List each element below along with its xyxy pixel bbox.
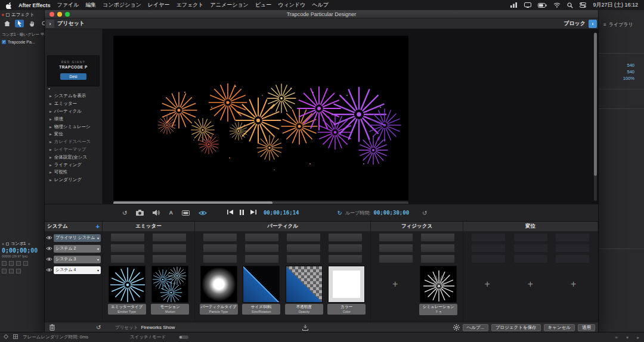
stats-icon[interactable] (510, 2, 518, 8)
selection-tool-button[interactable] (15, 20, 24, 27)
simulation-card[interactable]: シミュレーションチョ (419, 266, 457, 315)
grid-icon[interactable] (13, 334, 18, 340)
system-row-4[interactable]: システム 4▾ (46, 266, 101, 274)
color-card[interactable]: カラーColor (327, 266, 366, 315)
loop-icon[interactable]: ↻ (338, 210, 342, 216)
text-info-icon[interactable]: A (169, 210, 173, 216)
mini-block[interactable] (153, 234, 186, 241)
wifi-icon[interactable] (553, 2, 561, 8)
solo-toggle[interactable] (16, 261, 21, 266)
tree-item-show-system[interactable]: ▶システムを表示 (45, 92, 102, 100)
effect-controls-tab[interactable]: エフェクト (2, 12, 34, 18)
mini-block[interactable] (329, 244, 362, 252)
close-icon[interactable]: × (2, 242, 4, 246)
disclosure-icon[interactable]: ▶ (49, 178, 52, 182)
plus-icon[interactable]: + (555, 266, 592, 303)
delete-system-button[interactable] (49, 322, 55, 332)
diamond-icon[interactable] (4, 334, 8, 340)
preview-canvas[interactable] (113, 36, 408, 200)
add-aux-block-1[interactable]: + (468, 266, 506, 303)
menu-composition[interactable]: コンポジション (103, 1, 141, 9)
plus-icon[interactable]: + (512, 266, 549, 303)
menu-layer[interactable]: レイヤー (148, 1, 170, 9)
hand-tool-button[interactable] (27, 20, 36, 27)
chevron-down-icon[interactable]: ▾ (97, 236, 99, 240)
chevron-down-icon[interactable]: ▾ (97, 257, 99, 262)
previous-frame-button[interactable] (227, 210, 233, 216)
tree-item-environment[interactable]: ▶環境 (45, 115, 102, 123)
shy-toggle[interactable] (2, 269, 7, 273)
timeline-timecode[interactable]: 0;00;00;00 (2, 247, 38, 254)
library-tab[interactable]: ≡ ライブラリ (603, 21, 633, 28)
mini-block[interactable] (245, 244, 278, 252)
tree-item-physics[interactable]: ▶物理シミュレーシ (45, 123, 102, 130)
tree-item-particle[interactable]: ▶パーティクル (45, 108, 102, 116)
cancel-button[interactable]: キャンセル (544, 324, 575, 331)
undo-button[interactable]: ↺ (96, 322, 101, 332)
blocks-expand-icon[interactable]: ‹ (589, 20, 597, 28)
disclosure-icon[interactable]: ▶ (49, 163, 52, 167)
minimize-window-button[interactable] (57, 12, 62, 17)
effect-enabled-checkbox[interactable]: ✓ (2, 40, 6, 44)
blend-toggle[interactable] (9, 269, 14, 273)
status-icon-b[interactable]: ▾ (626, 335, 628, 340)
mini-block[interactable] (329, 255, 362, 263)
system-row-3[interactable]: システム 3▾ (46, 255, 101, 263)
camera-snapshot-icon[interactable] (136, 210, 144, 216)
opacity-card[interactable]: 不透明度Opacity (285, 266, 323, 315)
mini-block[interactable] (556, 244, 589, 252)
disclosure-icon[interactable]: ▶ (49, 140, 52, 144)
add-aux-block-3[interactable]: + (555, 266, 593, 303)
menu-view[interactable]: ビュー (255, 1, 271, 9)
mini-block[interactable] (329, 234, 362, 241)
save-preset-button[interactable] (302, 322, 308, 332)
property-value-height[interactable]: 540 (627, 69, 634, 74)
tree-item-emitter[interactable]: ▶エミッター (45, 100, 102, 108)
effect-entry[interactable]: ✓ Trapcode Pa... (2, 40, 35, 44)
menu-window[interactable]: ウィンドウ (278, 1, 305, 9)
menu-edit[interactable]: 編集 (85, 1, 96, 9)
plus-icon[interactable]: + (469, 266, 506, 303)
timeline-tab[interactable]: × コンポ1 ≡ (2, 241, 30, 247)
particle-type-card[interactable]: パーティクルタイプParticle Type (200, 266, 238, 315)
eye-icon[interactable] (46, 257, 52, 262)
mini-block[interactable] (287, 244, 320, 252)
disclosure-icon[interactable]: ▶ (49, 156, 52, 159)
loop-time-value[interactable]: 00;00;30;00 (374, 210, 410, 216)
display-icon[interactable] (524, 2, 531, 8)
tree-item-aux[interactable]: ▶変位 (45, 130, 102, 138)
eye-toggle[interactable] (2, 261, 7, 266)
system-row-2[interactable]: システム 2▾ (46, 244, 101, 253)
plus-icon[interactable]: + (377, 266, 414, 303)
search-icon[interactable] (567, 2, 573, 8)
tree-item-global-settings[interactable]: ▶全体設定(全シス (45, 153, 102, 161)
mini-block[interactable] (379, 255, 413, 263)
zoom-window-button[interactable] (65, 12, 70, 17)
mini-block[interactable] (556, 234, 589, 241)
pause-button[interactable] (240, 210, 244, 216)
disclosure-icon[interactable]: ▶ (49, 125, 52, 129)
quality-toggle[interactable] (16, 269, 21, 273)
eye-icon[interactable] (46, 246, 52, 251)
disclosure-icon[interactable]: ▶ (49, 148, 52, 151)
mini-block[interactable] (111, 255, 144, 263)
size-rotation-card[interactable]: サイズ/回転Size/Rotation (242, 266, 280, 315)
disclosure-icon[interactable]: ▶ (49, 94, 52, 98)
mini-block[interactable] (379, 244, 413, 252)
emitter-type-card[interactable]: エミッタータイプEmitter Type (108, 266, 146, 315)
home-tool-button[interactable] (2, 20, 11, 27)
tree-item-layer-map[interactable]: ▶レイヤーマップ (45, 146, 102, 154)
vertical-scrollbar[interactable] (594, 33, 597, 201)
mini-block[interactable] (111, 234, 144, 241)
chevron-down-icon[interactable]: ▾ (97, 247, 99, 251)
add-aux-block-2[interactable]: + (512, 266, 550, 303)
chevron-down-icon[interactable]: ▾ (97, 268, 99, 272)
disclosure-icon[interactable]: ▶ (49, 117, 52, 121)
presets-expand-icon[interactable]: › (46, 20, 54, 28)
save-project-button[interactable]: プロジェクトを保存 (491, 324, 541, 331)
system-select-primary[interactable]: プライマリ システム▾ (54, 234, 101, 242)
menu-file[interactable]: ファイル (57, 1, 79, 9)
tree-item-lighting[interactable]: ▶ライティング (45, 161, 102, 169)
mini-block[interactable] (421, 244, 454, 252)
mini-block[interactable] (287, 234, 320, 241)
